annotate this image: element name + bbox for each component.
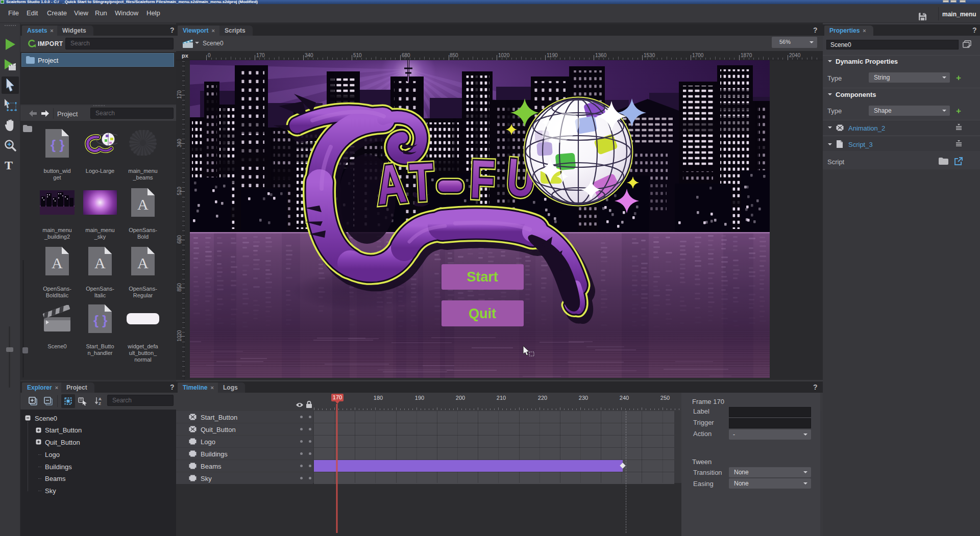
- svg-text:A: A: [52, 254, 63, 271]
- svg-text:A: A: [99, 397, 102, 401]
- svg-text:{ }: { }: [51, 137, 64, 152]
- svg-text:Start: Start: [467, 269, 498, 285]
- svg-text:Z: Z: [99, 401, 101, 405]
- svg-text:{ }: { }: [93, 313, 107, 328]
- svg-text:A: A: [137, 254, 149, 271]
- svg-text:Quit: Quit: [469, 306, 496, 321]
- svg-text:F: F: [469, 149, 496, 210]
- svg-text:A: A: [94, 254, 106, 271]
- svg-text:T: T: [408, 152, 435, 212]
- svg-text:A: A: [137, 196, 149, 213]
